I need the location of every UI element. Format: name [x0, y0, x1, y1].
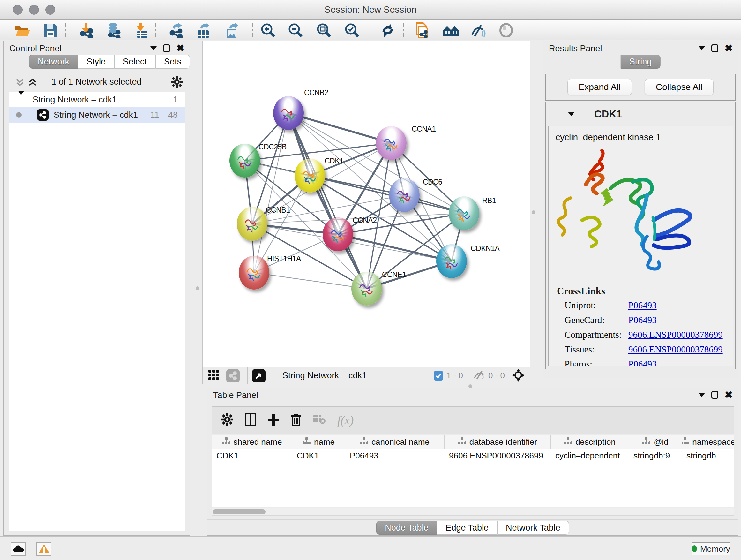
cloud-icon[interactable] [10, 542, 25, 556]
selected-checkbox-icon[interactable] [434, 371, 443, 381]
network-node-hist1h1a[interactable] [239, 256, 269, 290]
network-node-cdk1[interactable] [294, 159, 325, 192]
collapse-all-button[interactable]: Collapse All [645, 79, 714, 95]
node-label-hist1h1a: HIST1H1A [267, 254, 301, 263]
column-header-database-identifier[interactable]: database identifier [445, 435, 551, 449]
table-cell[interactable]: stringdb [682, 449, 734, 462]
data-warehouse-icon[interactable] [443, 22, 459, 38]
birds-eye-grid-icon[interactable] [208, 370, 219, 382]
table-horizontal-scrollbar[interactable] [212, 508, 734, 516]
node-label-cdk1: CDK1 [325, 157, 343, 165]
network-options-gear-icon[interactable] [171, 76, 183, 89]
add-column-icon[interactable] [268, 413, 279, 428]
open-in-window-icon[interactable] [252, 369, 266, 382]
column-header--id[interactable]: @id [629, 435, 682, 449]
import-network-file-icon[interactable] [78, 22, 94, 38]
hide-unhide-icon[interactable] [470, 22, 487, 38]
crosslink-link[interactable]: 9606.ENSP00000378699 [628, 343, 723, 356]
right-splitter-handle[interactable] [532, 210, 536, 214]
table-cell[interactable]: 9606.ENSP00000378699 [445, 449, 551, 462]
crosslink-link[interactable]: P06493 [628, 314, 657, 326]
left-splitter-handle[interactable] [196, 287, 199, 290]
network-file-icon[interactable] [414, 22, 430, 38]
table-cell[interactable]: CDK1 [292, 449, 345, 462]
column-header-label: name [314, 437, 335, 447]
export-network-icon[interactable] [167, 22, 184, 38]
zoom-fit-icon[interactable] [316, 22, 332, 38]
tab-node-table[interactable]: Node Table [376, 521, 437, 535]
column-header-description[interactable]: description [551, 435, 629, 449]
delete-column-icon[interactable] [291, 413, 301, 428]
network-node-ccne1[interactable] [351, 272, 382, 306]
open-session-icon[interactable] [14, 22, 30, 38]
zoom-out-icon[interactable] [287, 22, 304, 38]
network-canvas[interactable]: CCNB2CCNA1CDC25BCDK1CDC6RB1CCNB1CCNA2CDK… [202, 41, 530, 367]
zoom-selected-icon[interactable] [344, 22, 360, 38]
node-label-ccnb2: CCNB2 [304, 88, 328, 97]
network-overview-icon[interactable] [226, 369, 240, 382]
panel-close-icon[interactable]: ✖ [725, 44, 733, 52]
export-table-icon[interactable] [195, 22, 212, 38]
network-row-selected[interactable]: String Network – cdk1 11 48 [9, 107, 185, 123]
crosshair-icon[interactable] [512, 369, 525, 383]
panel-close-icon[interactable]: ✖ [725, 391, 733, 399]
network-node-ccna1[interactable] [376, 126, 407, 160]
export-image-icon[interactable] [223, 22, 240, 38]
results-panel: Results Panel ✖ String Expand All Collap… [543, 41, 738, 378]
tab-select[interactable]: Select [114, 55, 155, 69]
expand-all-button[interactable]: Expand All [567, 79, 632, 95]
import-network-database-icon[interactable] [105, 22, 122, 38]
panel-collapse-icon[interactable] [698, 46, 705, 51]
crosslink-link[interactable]: P06493 [628, 299, 657, 312]
panel-float-icon[interactable] [711, 44, 718, 52]
network-node-cdc6[interactable] [389, 178, 420, 212]
tab-style[interactable]: Style [78, 55, 114, 69]
tab-sets[interactable]: Sets [155, 55, 190, 69]
tab-string[interactable]: String [621, 55, 661, 69]
network-node-ccnb1[interactable] [237, 207, 267, 241]
network-node-cdc25b[interactable] [229, 144, 260, 178]
import-table-icon[interactable] [133, 22, 150, 38]
panel-close-icon[interactable]: ✖ [177, 44, 185, 52]
column-tree-icon [564, 437, 572, 447]
table-cell[interactable]: cyclin–dependent ... [551, 449, 629, 462]
crosslink-link[interactable]: 9606.ENSP00000378699 [628, 328, 723, 341]
network-node-cdkn1a[interactable] [436, 244, 467, 278]
column-header-namespace[interactable]: namespace [682, 435, 734, 449]
network-node-ccna2[interactable] [323, 217, 353, 251]
table-options-gear-icon[interactable] [221, 414, 233, 427]
entry-collapse-icon[interactable] [568, 112, 575, 116]
column-header-shared-name[interactable]: shared name [212, 435, 292, 449]
column-header-canonical-name[interactable]: canonical name [345, 435, 445, 449]
crosslink-row: Uniprot:P06493 [564, 299, 733, 312]
panel-float-icon[interactable] [163, 44, 170, 52]
memory-label: Memory [700, 544, 730, 554]
warning-icon[interactable] [37, 542, 51, 556]
network-node-ccnb2[interactable] [273, 96, 304, 130]
tab-network-table[interactable]: Network Table [497, 521, 569, 535]
panel-collapse-icon[interactable] [698, 393, 705, 397]
column-header-name[interactable]: name [292, 435, 345, 449]
tree-expand-icon[interactable] [18, 95, 24, 105]
memory-button[interactable]: Memory [691, 543, 731, 555]
table-cell[interactable]: CDK1 [212, 449, 292, 462]
panel-float-icon[interactable] [711, 391, 718, 399]
table-cell[interactable]: P06493 [345, 449, 445, 462]
show-columns-icon[interactable] [245, 413, 256, 428]
delete-table-icon [313, 414, 326, 426]
table-cell[interactable]: stringdb:9... [629, 449, 682, 462]
apply-layout-icon[interactable] [380, 22, 396, 38]
network-collection-row[interactable]: String Network – cdk1 1 [9, 92, 185, 107]
entry-gene-name: CDK1 [594, 108, 622, 120]
panel-collapse-icon[interactable] [150, 46, 157, 51]
save-session-icon[interactable] [42, 22, 59, 38]
tab-network[interactable]: Network [29, 55, 78, 69]
tab-edge-table[interactable]: Edge Table [437, 521, 497, 535]
preview-eye-icon[interactable] [498, 22, 515, 38]
network-node-rb1[interactable] [449, 196, 479, 230]
crosslink-row: Pharos:P06493 [564, 358, 733, 366]
zoom-in-icon[interactable] [260, 22, 276, 38]
selected-counter: 1 - 0 [447, 371, 463, 381]
crosslink-link[interactable]: P06493 [628, 358, 657, 366]
table-row[interactable]: CDK1CDK1P064939606.ENSP00000378699cyclin… [212, 449, 734, 462]
